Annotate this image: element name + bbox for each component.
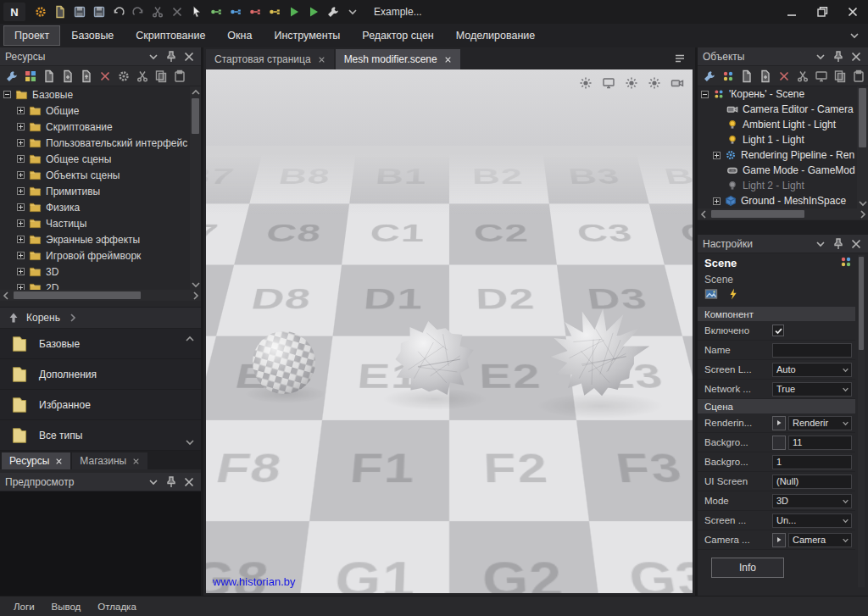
paste-button[interactable]	[170, 67, 188, 85]
expand-icon[interactable]	[17, 139, 25, 147]
tree-item[interactable]: Скриптование	[0, 119, 190, 135]
status-item-логи[interactable]: Логи	[7, 599, 42, 614]
info-button[interactable]: Info	[711, 558, 784, 578]
node-blue-button[interactable]	[225, 3, 245, 22]
tools-button[interactable]	[3, 67, 20, 85]
checkbox[interactable]	[772, 325, 784, 336]
object-tree-item[interactable]: 'Корень' - Scene	[698, 86, 855, 102]
select-cursor-button[interactable]	[186, 3, 206, 22]
expand-icon[interactable]	[713, 197, 721, 205]
scroll-right-icon[interactable]	[189, 289, 203, 302]
section-header[interactable]: Сцена	[698, 399, 855, 413]
object-tree-item[interactable]: Light 1 - Light	[698, 132, 855, 147]
delete-button[interactable]	[96, 67, 114, 85]
text-field[interactable]	[772, 343, 852, 358]
expand-icon[interactable]	[17, 155, 25, 163]
sphere-modified-strong[interactable]	[542, 305, 654, 412]
expand-icon[interactable]	[17, 268, 25, 275]
dropdown[interactable]: 3D	[772, 494, 852, 508]
resources-tree-hscrollbar[interactable]	[0, 290, 201, 301]
menu-item-проект[interactable]: Проект	[3, 25, 60, 46]
minimize-button[interactable]	[776, 0, 807, 24]
settings-gear-button[interactable]	[31, 3, 50, 22]
object-tree-item[interactable]: Camera Editor - Camera	[698, 102, 855, 117]
panel-menu-chevron-icon[interactable]	[814, 237, 827, 251]
up-level-icon[interactable]	[7, 311, 20, 325]
properties-view-icon[interactable]	[704, 287, 718, 301]
tree-item[interactable]: Объекты сцены	[0, 167, 190, 183]
sphere-smooth[interactable]	[250, 329, 318, 397]
tree-item[interactable]: Общее сцены	[0, 151, 190, 167]
sun-icon[interactable]	[625, 76, 638, 90]
toolbar-more-button[interactable]	[342, 3, 362, 22]
collapse-icon[interactable]	[701, 91, 709, 98]
create-object-button[interactable]	[719, 67, 737, 85]
close-tab-icon[interactable]	[444, 56, 452, 64]
category-item-избранное[interactable]: Избранное	[0, 390, 201, 420]
reference-dropdown[interactable]: Renderir	[788, 416, 852, 430]
play-project-button[interactable]	[303, 3, 323, 22]
brightness-icon[interactable]	[648, 76, 661, 90]
delete-button[interactable]	[167, 3, 186, 22]
lighting-icon[interactable]	[579, 76, 593, 90]
watermark-link[interactable]: www.historian.by	[213, 575, 296, 588]
collapse-icon[interactable]	[3, 91, 11, 98]
save-all-button[interactable]	[89, 3, 108, 22]
category-item-дополнения[interactable]: Дополнения	[0, 359, 201, 390]
expand-icon[interactable]	[17, 123, 25, 130]
object-tree-item[interactable]: Light 2 - Light	[698, 178, 855, 193]
tree-item[interactable]: Физика	[0, 199, 190, 215]
text-field[interactable]: (Null)	[772, 474, 852, 489]
objects-tree-vscrollbar[interactable]	[857, 86, 868, 208]
clone-button[interactable]	[756, 67, 774, 85]
delete-button[interactable]	[775, 67, 793, 85]
tree-item[interactable]: Пользовательский интерфейс	[0, 135, 190, 151]
scroll-up-icon[interactable]	[189, 86, 203, 99]
tree-item[interactable]: Частицы	[0, 215, 190, 231]
category-item-все-типы[interactable]: Все типы	[0, 420, 201, 451]
dropdown[interactable]: Un...	[772, 513, 852, 528]
dropdown[interactable]: Auto	[772, 363, 852, 377]
menu-item-скриптование[interactable]: Скриптование	[125, 25, 216, 46]
scroll-right-icon[interactable]	[856, 208, 868, 221]
resources-tree-vscrollbar[interactable]	[190, 86, 201, 290]
text-field[interactable]: 11	[788, 436, 852, 450]
pin-icon[interactable]	[164, 50, 178, 64]
new-resource-button[interactable]	[40, 67, 58, 85]
menu-overflow-button[interactable]	[848, 29, 861, 45]
expand-icon[interactable]	[17, 107, 25, 114]
status-item-отладка[interactable]: Отладка	[91, 599, 142, 614]
scene-viewport[interactable]: B4B5B6B7B8B1B2B3B4B5B6B7C4C5C6C7C8C1C2C3…	[206, 69, 693, 593]
tools-button[interactable]	[700, 67, 718, 85]
tab-ресурсы[interactable]: Ресурсы	[2, 452, 70, 469]
document-tab-стартовая-страница[interactable]: Стартовая страница	[206, 49, 334, 69]
expand-icon[interactable]	[17, 284, 25, 290]
tree-item[interactable]: Экранные эффекты	[0, 231, 190, 247]
paste-button[interactable]	[849, 67, 867, 85]
cut-button[interactable]	[147, 3, 167, 22]
status-item-вывод[interactable]: Вывод	[45, 599, 88, 614]
tree-item[interactable]: Примитивы	[0, 183, 190, 199]
tree-item[interactable]: Общие	[0, 103, 190, 119]
build-tool-button[interactable]	[323, 3, 342, 22]
expand-icon[interactable]	[17, 219, 25, 227]
events-view-icon[interactable]	[726, 287, 740, 301]
scroll-thumb[interactable]	[859, 88, 866, 147]
open-button[interactable]	[77, 67, 95, 85]
close-panel-icon[interactable]	[849, 50, 863, 64]
cut-button[interactable]	[793, 67, 811, 85]
category-scroll-up-icon[interactable]	[183, 332, 197, 346]
node-red-button[interactable]	[245, 3, 264, 22]
node-yellow-button[interactable]	[264, 3, 284, 22]
tree-item[interactable]: Игровой фреймворк	[0, 247, 190, 264]
tab-магазины[interactable]: Магазины	[72, 452, 147, 469]
objects-tree-hscrollbar[interactable]	[698, 208, 868, 219]
browse-button[interactable]	[772, 533, 786, 547]
object-tree-item[interactable]: Ground - MeshInSpace	[698, 193, 855, 208]
pin-icon[interactable]	[832, 237, 845, 251]
app-logo[interactable]: N	[3, 3, 25, 21]
save-button[interactable]	[70, 3, 89, 22]
scroll-thumb[interactable]	[14, 291, 141, 299]
expand-icon[interactable]	[17, 171, 25, 179]
close-panel-icon[interactable]	[182, 475, 196, 489]
